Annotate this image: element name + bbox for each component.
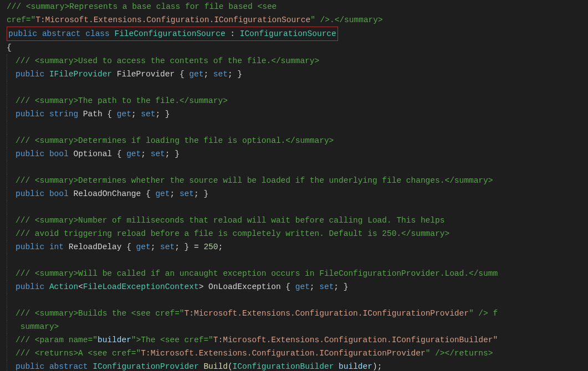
blank-line — [0, 200, 588, 214]
code-line: /// avoid triggering reload before a fil… — [0, 227, 588, 240]
method-line: public abstract IConfigurationProvider B… — [0, 360, 588, 371]
code-line: cref="T:Microsoft.Extensions.Configurati… — [0, 13, 588, 27]
xml-doc-comment: /// <summary>Number of milliseconds that… — [16, 216, 444, 225]
code-line: /// <summary>Number of milliseconds that… — [0, 214, 588, 227]
code-line: { — [0, 41, 588, 54]
xml-doc-comment: /// <summary>Will be called if an uncaug… — [16, 269, 498, 278]
property-line: public bool Optional { get; set; } — [0, 147, 588, 161]
xml-doc-comment: /// <summary>Used to access the contents… — [16, 56, 319, 65]
code-line: /// <returns>A <see cref="T:Microsoft.Ex… — [0, 347, 588, 360]
code-line: /// <param name="builder">The <see cref=… — [0, 333, 588, 347]
property-line: public IFileProvider FileProvider { get;… — [0, 68, 588, 81]
xml-doc-comment: /// <summary>Determines whether the sour… — [16, 176, 493, 185]
xml-doc-comment: /// <param name="builder">The <see cref=… — [16, 336, 498, 344]
blank-line — [0, 121, 588, 134]
code-line: /// <summary>The path to the file.</summ… — [0, 94, 588, 107]
xml-doc-comment: cref="T:Microsoft.Extensions.Configurati… — [7, 16, 383, 24]
blank-line — [0, 293, 588, 307]
code-line: /// <summary>Will be called if an uncaug… — [0, 267, 588, 280]
code-line: /// <summary>Builds the <see cref="T:Mic… — [0, 307, 588, 320]
xml-doc-comment: /// <summary>Determines if loading the f… — [16, 136, 334, 145]
xml-doc-comment: /// <summary>Builds the <see cref="T:Mic… — [16, 309, 498, 318]
xml-doc-comment: /// <returns>A <see cref="T:Microsoft.Ex… — [16, 349, 493, 358]
code-line: /// <summary>Represents a base class for… — [0, 0, 588, 13]
code-line: /// <summary>Used to access the contents… — [0, 54, 588, 68]
property-line: public string Path { get; set; } — [0, 107, 588, 121]
property-line: public bool ReloadOnChange { get; set; } — [0, 187, 588, 200]
highlight-box: public abstract class FileConfigurationS… — [7, 27, 338, 41]
xml-doc-comment: /// avoid triggering reload before a fil… — [16, 229, 449, 238]
property-line: public int ReloadDelay { get; set; } = 2… — [0, 240, 588, 254]
blank-line — [0, 81, 588, 94]
xml-doc-comment: /// <summary>Represents a base class for… — [7, 2, 277, 11]
blank-line — [0, 161, 588, 174]
xml-doc-comment: /// <summary>The path to the file.</summ… — [16, 96, 228, 105]
code-editor[interactable]: /// <summary>Represents a base class for… — [0, 0, 588, 371]
code-line: /// <summary>Determines whether the sour… — [0, 174, 588, 187]
blank-line — [0, 254, 588, 267]
xml-doc-comment: summary> — [16, 322, 59, 331]
class-declaration-line: public abstract class FileConfigurationS… — [0, 27, 588, 41]
property-line: public Action<FileLoadExceptionContext> … — [0, 280, 588, 293]
code-line: /// <summary>Determines if loading the f… — [0, 134, 588, 147]
code-line: summary> — [0, 320, 588, 333]
